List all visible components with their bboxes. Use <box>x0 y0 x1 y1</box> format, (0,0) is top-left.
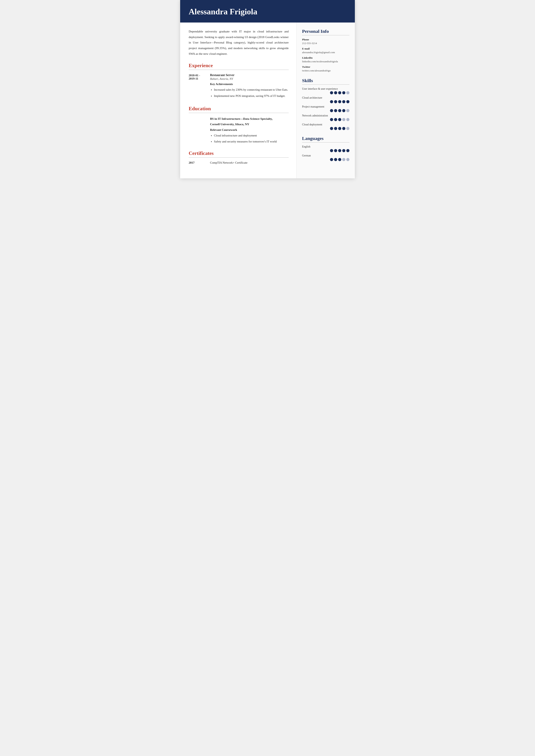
experience-row: 2018-01 - 2019-11 Restaurant Server Baha… <box>189 73 289 99</box>
course-1: Cloud infrastructure and deployment <box>214 133 289 138</box>
edu-school: Cornell University, Ithaca, NY <box>210 122 289 126</box>
skill-dot-4-2 <box>338 127 341 130</box>
experience-title: Experience <box>189 63 289 69</box>
skill-dot-4-3 <box>342 127 345 130</box>
personal-info-title: Personal Info <box>302 29 350 34</box>
lang-dots-1 <box>302 158 350 161</box>
skill-item-1: Cloud architecture <box>302 96 350 103</box>
lang-name-0: English <box>302 145 350 148</box>
lang-dot-0-2 <box>338 149 341 152</box>
achievements-title: Key Achievements <box>210 82 289 86</box>
content-area: Dependable university graduate with IT m… <box>180 22 355 178</box>
personal-info-section: Personal Info Phone 212-555-3214 E-mail … <box>302 29 350 72</box>
skills-section: Skills User interface & user experienceC… <box>302 78 350 130</box>
skill-dot-4-0 <box>330 127 333 130</box>
lang-name-1: German <box>302 154 350 157</box>
resume-container: Alessandra Frigiola Dependable universit… <box>180 0 355 178</box>
course-2: Safety and security measures for tomorro… <box>214 139 289 144</box>
cert-name: CompTIA Network+ Certificate <box>210 161 247 164</box>
cert-row: 2017 CompTIA Network+ Certificate <box>189 161 289 164</box>
phone-value: 212-555-3214 <box>302 42 350 45</box>
skill-dot-3-0 <box>330 118 333 121</box>
lang-dot-1-3 <box>342 158 345 161</box>
header-name: Alessandra Frigiola <box>189 7 346 16</box>
lang-dot-0-3 <box>342 149 345 152</box>
skill-dots-4 <box>302 127 350 130</box>
left-column: Dependable university graduate with IT m… <box>180 22 296 178</box>
achievements-list: Increased sales by 230% by connecting re… <box>210 87 289 98</box>
skill-dots-3 <box>302 118 350 121</box>
skill-name-1: Cloud architecture <box>302 96 350 99</box>
right-column: Personal Info Phone 212-555-3214 E-mail … <box>296 22 355 178</box>
skill-dot-2-4 <box>346 109 350 112</box>
lang-dots-0 <box>302 149 350 152</box>
skill-dot-0-0 <box>330 91 333 94</box>
skill-dot-1-3 <box>342 100 345 103</box>
skill-item-2: Project management <box>302 105 350 112</box>
achievement-1: Increased sales by 230% by connecting re… <box>214 87 289 92</box>
skill-name-4: Cloud deployment <box>302 123 350 126</box>
phone-label: Phone <box>302 38 350 41</box>
languages-title: Languages <box>302 136 350 141</box>
exp-date-start: 2018-01 - <box>189 74 210 77</box>
skill-name-0: User interface & user experience <box>302 87 350 91</box>
summary-text: Dependable university graduate with IT m… <box>189 29 289 56</box>
skill-dot-2-3 <box>342 109 345 112</box>
lang-dot-1-0 <box>330 158 333 161</box>
skill-dot-2-2 <box>338 109 341 112</box>
languages-section: Languages EnglishGerman <box>302 136 350 161</box>
skill-dot-2-1 <box>334 109 337 112</box>
education-title: Education <box>189 106 289 112</box>
skill-item-0: User interface & user experience <box>302 87 350 94</box>
exp-title: Restaurant Server <box>210 73 289 77</box>
twitter-value: twitter.com/alessandrafrigo <box>302 69 350 72</box>
linkedin-label: LinkedIn <box>302 56 350 59</box>
lang-item-0: English <box>302 145 350 152</box>
skill-dot-1-0 <box>330 100 333 103</box>
education-section: Education BS in IT Infrastructure—Data S… <box>189 106 289 144</box>
exp-dates: 2018-01 - 2019-11 <box>189 73 210 99</box>
skill-dot-0-1 <box>334 91 337 94</box>
certificates-section: Certificates 2017 CompTIA Network+ Certi… <box>189 151 289 164</box>
skill-name-2: Project management <box>302 105 350 108</box>
skill-dot-4-1 <box>334 127 337 130</box>
languages-list: EnglishGerman <box>302 145 350 161</box>
exp-details: Restaurant Server Bahari, Astoria, NY Ke… <box>210 73 289 99</box>
lang-dot-1-1 <box>334 158 337 161</box>
coursework-title: Relevant Coursework <box>210 128 289 131</box>
skill-name-3: Network administration <box>302 114 350 117</box>
skill-dot-1-4 <box>346 100 350 103</box>
email-value: alessandra.frigiola@gmail.com <box>302 51 350 54</box>
exp-company: Bahari, Astoria, NY <box>210 77 289 81</box>
skill-dot-0-2 <box>338 91 341 94</box>
achievement-2: Implemented new POS integration, saving … <box>214 94 289 98</box>
skill-dot-2-0 <box>330 109 333 112</box>
skill-dots-1 <box>302 100 350 103</box>
edu-degree: BS in IT Infrastructure—Data Science Spe… <box>210 117 289 121</box>
twitter-label: Twitter <box>302 66 350 69</box>
skill-dot-1-1 <box>334 100 337 103</box>
skill-dot-1-2 <box>338 100 341 103</box>
coursework-list: Cloud infrastructure and deployment Safe… <box>210 133 289 144</box>
skill-dot-3-4 <box>346 118 350 121</box>
header: Alessandra Frigiola <box>180 0 355 22</box>
lang-dot-0-1 <box>334 149 337 152</box>
skill-dot-3-1 <box>334 118 337 121</box>
lang-dot-1-4 <box>346 158 350 161</box>
email-label: E-mail <box>302 47 350 50</box>
lang-item-1: German <box>302 154 350 161</box>
experience-section: Experience 2018-01 - 2019-11 Restaurant … <box>189 63 289 99</box>
lang-dot-0-4 <box>346 149 350 152</box>
skill-dot-3-3 <box>342 118 345 121</box>
skill-dots-2 <box>302 109 350 112</box>
skill-dot-0-4 <box>346 91 350 94</box>
skill-dot-0-3 <box>342 91 345 94</box>
education-inner: BS in IT Infrastructure—Data Science Spe… <box>189 117 289 144</box>
lang-dot-0-0 <box>330 149 333 152</box>
certificates-title: Certificates <box>189 151 289 156</box>
skill-dots-0 <box>302 91 350 94</box>
skills-divider <box>302 84 350 85</box>
skills-list: User interface & user experienceCloud ar… <box>302 87 350 130</box>
linkedin-value: linkedin.com/in/alessandrafrigiola <box>302 60 350 63</box>
cert-year: 2017 <box>189 161 210 164</box>
